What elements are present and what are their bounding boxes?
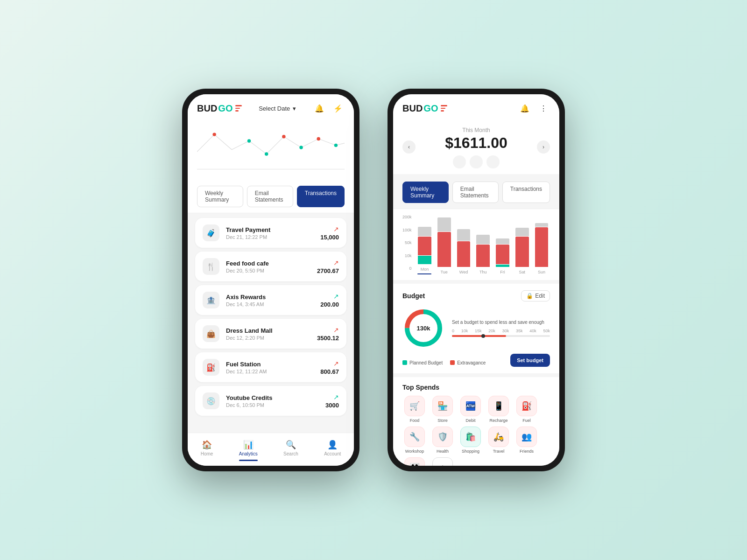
spend-shopping[interactable]: 🛍️ Shopping xyxy=(458,427,483,454)
spend-add[interactable]: + Add xyxy=(430,457,455,466)
nav-analytics-p1[interactable]: 📊 Analytics xyxy=(232,438,265,463)
bank-icon: 🏦 xyxy=(203,292,219,308)
transaction-item[interactable]: 👜 Dress Land Mall Dec 12, 2:20 PM ↗ 3500… xyxy=(195,319,346,349)
donut-center-value: 130k xyxy=(417,325,430,332)
bar-stack xyxy=(475,218,492,267)
spend-travel[interactable]: 🛵 Travel xyxy=(486,427,511,454)
bar-gray xyxy=(496,238,509,244)
spend-friends[interactable]: 👥 Friends xyxy=(514,427,539,454)
bar-wed: Wed xyxy=(455,218,472,274)
bar-day-label: Sun xyxy=(538,270,545,274)
spend-food[interactable]: 🛒 Food xyxy=(402,396,427,423)
tab-transactions-p1[interactable]: Transactions xyxy=(297,186,345,207)
phone-2: BUD GO 🔔 ⋮ ‹ xyxy=(388,89,565,471)
bell-icon-p2[interactable]: 🔔 xyxy=(518,102,531,115)
tab-email-statements-p2[interactable]: Email Statements xyxy=(452,182,499,203)
budget-scale: 0 10k 15k 20k 30k 35k 40k 50k xyxy=(452,329,550,333)
bar-day-label: Wed xyxy=(459,270,468,274)
transaction-amount: ↗ 3500.12 xyxy=(317,326,339,342)
logo-go: GO xyxy=(218,103,233,114)
bar-gray xyxy=(457,229,471,241)
edit-label: Edit xyxy=(535,293,545,299)
logo-line-1 xyxy=(441,105,447,106)
logo-line-2 xyxy=(441,108,445,109)
spend-store[interactable]: 🏪 Store xyxy=(430,396,455,423)
transaction-info: Youtube Credits Dec 6, 10:50 PM xyxy=(226,394,319,408)
transaction-date: Dec 12, 11:22 AM xyxy=(226,369,314,374)
bar-day-label: Tue xyxy=(441,270,448,274)
filter-icon[interactable]: ⚡ xyxy=(331,102,345,115)
spend-health[interactable]: 🛡️ Health xyxy=(430,427,455,454)
legend-planned: Planned Budget xyxy=(402,360,443,365)
analytics-icon: 📊 xyxy=(243,440,254,450)
bar-gray xyxy=(476,235,490,244)
y-label: 0 xyxy=(402,266,412,271)
transaction-date: Dec 14, 3:45 AM xyxy=(226,301,314,307)
edit-budget-btn[interactable]: 🔒 Edit xyxy=(521,290,550,301)
top-spends-title: Top Spends xyxy=(402,384,550,391)
add-spend-icon: + xyxy=(432,457,453,466)
tab-transactions-p2[interactable]: Transactions xyxy=(502,182,550,203)
logo-line-1 xyxy=(235,105,242,106)
tab-weekly-summary-p1[interactable]: Weekly Summary xyxy=(197,186,243,207)
bell-icon[interactable]: 🔔 xyxy=(313,102,326,115)
logo-go-p2: GO xyxy=(423,103,438,114)
transaction-item[interactable]: 🏦 Axis Rewards Dec 14, 3:45 AM ↗ 200.00 xyxy=(195,285,346,315)
extra-dot xyxy=(450,360,455,365)
bar-red xyxy=(496,245,509,264)
transaction-item[interactable]: ⛽ Fuel Station Dec 12, 11:22 AM ↗ 800.67 xyxy=(195,352,346,382)
chevron-down-icon: ▾ xyxy=(293,105,296,112)
spend-family[interactable]: 👨‍👩‍👧 Family xyxy=(402,457,427,466)
friends-spend-icon: 👥 xyxy=(516,427,537,447)
transaction-item[interactable]: 💿 Youtube Credits Dec 6, 10:50 PM ↗ 3000 xyxy=(195,386,346,416)
top-spends-section: Top Spends 🛒 Food 🏪 Store 🏧 Debit xyxy=(393,377,559,466)
phone2-header: BUD GO 🔔 ⋮ xyxy=(393,94,559,119)
month-amount: $1611.00 xyxy=(402,134,550,152)
select-date-label: Select Date xyxy=(259,105,290,112)
this-month-label: This Month xyxy=(402,127,550,133)
transaction-item[interactable]: 🍴 Feed food cafe Dec 20, 5:50 PM ↗ 2700.… xyxy=(195,252,346,281)
friends-spend-label: Friends xyxy=(520,449,534,454)
prev-month-btn[interactable]: ‹ xyxy=(402,140,416,154)
transaction-list: 🧳 Travel Payment Dec 21, 12:22 PM ↗ 15,0… xyxy=(188,213,354,433)
transaction-item[interactable]: 🧳 Travel Payment Dec 21, 12:22 PM ↗ 15,0… xyxy=(195,218,346,248)
store-spend-icon: 🏪 xyxy=(432,396,453,416)
spend-workshop[interactable]: 🔧 Workshop xyxy=(402,427,427,454)
nav-account-p1[interactable]: 👤 Account xyxy=(317,438,348,463)
next-month-btn[interactable]: › xyxy=(537,140,550,154)
more-icon[interactable]: ⋮ xyxy=(537,102,550,115)
select-date-btn[interactable]: Select Date ▾ xyxy=(259,105,296,112)
amount-value: 800.67 xyxy=(320,368,339,375)
arrow-up-icon: ↗ xyxy=(333,225,339,233)
nav-search-p1[interactable]: 🔍 Search xyxy=(276,438,306,463)
tabs-phone2: Weekly Summary Email Statements Transact… xyxy=(393,176,559,209)
svg-point-5 xyxy=(317,137,320,140)
account-icon: 👤 xyxy=(327,440,338,450)
credits-icon: 💿 xyxy=(203,392,219,409)
svg-point-3 xyxy=(282,135,285,138)
svg-point-1 xyxy=(247,139,251,142)
spend-debit[interactable]: 🏧 Debit xyxy=(458,396,483,423)
nav-home-p1[interactable]: 🏠 Home xyxy=(193,438,221,463)
bar-stack xyxy=(533,218,550,267)
month-circle xyxy=(453,155,466,168)
budget-bar-fill xyxy=(452,335,506,337)
bar-day-label: Sat xyxy=(519,270,526,274)
spend-recharge[interactable]: 📱 Recharge xyxy=(486,396,511,423)
tab-weekly-summary-p2[interactable]: Weekly Summary xyxy=(402,182,449,203)
bar-day-label: Mon xyxy=(421,267,429,272)
workshop-spend-label: Workshop xyxy=(405,449,424,454)
tab-email-statements-p1[interactable]: Email Statements xyxy=(247,186,293,207)
health-spend-label: Health xyxy=(437,449,449,454)
amount-value: 3000 xyxy=(325,402,339,409)
analytics-label: Analytics xyxy=(239,451,258,456)
set-budget-btn[interactable]: Set budget xyxy=(510,354,550,367)
fuel-icon: ⛽ xyxy=(203,359,219,376)
logo-bud: BUD xyxy=(197,103,217,114)
bar-chart: Mon Tue xyxy=(416,218,550,274)
amount-value: 2700.67 xyxy=(317,267,339,274)
spend-fuel[interactable]: ⛽ Fuel xyxy=(514,396,539,423)
phones-container: BUD GO Select Date ▾ 🔔 ⚡ xyxy=(182,89,565,471)
transaction-name: Axis Rewards xyxy=(226,294,314,301)
transaction-info: Dress Land Mall Dec 12, 2:20 PM xyxy=(226,327,310,341)
